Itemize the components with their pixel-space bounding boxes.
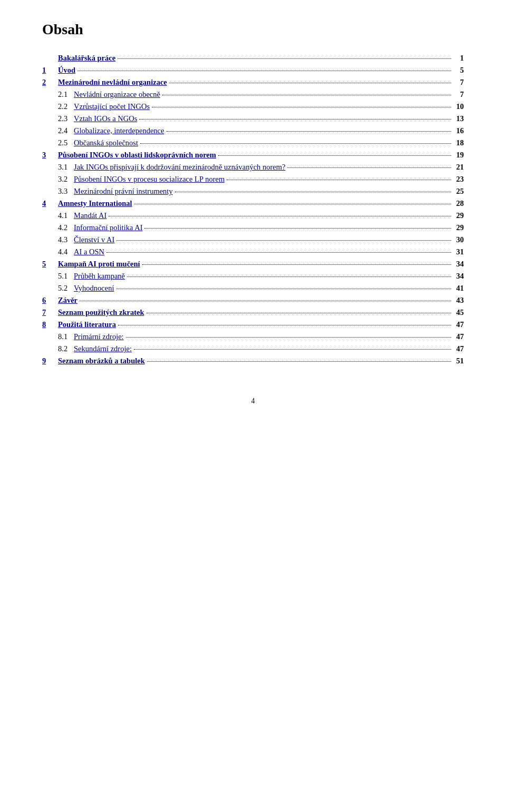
toc-text: Sekundární zdroje: — [74, 344, 132, 353]
toc-number: 7 — [42, 308, 58, 317]
toc-entry: 4.4AI a OSN31 — [42, 247, 464, 256]
toc-text: Jak INGOs přispívají k dodržování meziná… — [74, 163, 285, 172]
toc-dots — [152, 107, 451, 107]
toc-text: Mezinárodní nevládní organizace — [58, 78, 167, 87]
toc-page: 47 — [453, 332, 464, 341]
toc-number: 5.2 — [58, 284, 74, 293]
toc-entry: 8.2Sekundární zdroje:47 — [42, 344, 464, 353]
toc-text: Amnesty International — [58, 199, 132, 208]
toc-dots — [106, 252, 451, 253]
toc-dots — [139, 119, 451, 120]
toc-page: 31 — [453, 247, 464, 256]
toc-number: 5.1 — [58, 272, 74, 281]
toc-page: 18 — [453, 138, 464, 147]
toc-page: 34 — [453, 272, 464, 281]
toc-dots — [140, 143, 451, 144]
toc-entry: 6Závěr43 — [42, 296, 464, 305]
toc-text: Členství v AI — [74, 235, 114, 244]
toc-entry: 2.5Občanská společnost18 — [42, 138, 464, 147]
toc-number: 2.1 — [58, 90, 74, 99]
toc-text: AI a OSN — [74, 247, 104, 256]
toc-number: 2 — [42, 78, 58, 87]
toc-entry: 7Seznam použitých zkratek45 — [42, 308, 464, 317]
toc-dots — [147, 361, 451, 362]
toc-number: 3.2 — [58, 175, 74, 184]
toc-text: Informační politika AI — [74, 223, 142, 232]
toc-text: Působení INGOs v oblasti lidskoprávních … — [58, 151, 216, 160]
toc-dots — [175, 192, 451, 192]
toc-page: 7 — [453, 78, 464, 87]
toc-page: 25 — [453, 187, 464, 196]
toc-page: 29 — [453, 223, 464, 232]
page-number: 4 — [42, 397, 464, 405]
toc-entry: 5Kampaň AI proti mučení34 — [42, 260, 464, 269]
toc-number: 3 — [42, 151, 58, 160]
toc-entry: 8Použitá literatura47 — [42, 320, 464, 329]
toc-text: Použitá literatura — [58, 320, 116, 329]
toc-number: 2.5 — [58, 138, 74, 147]
toc-entry: 2.1Nevládní organizace obecně7 — [42, 90, 464, 99]
toc-page: 13 — [453, 114, 464, 123]
toc-dots — [218, 155, 451, 156]
toc-number: 9 — [42, 357, 58, 365]
toc-entry: 5.2Vyhodnocení41 — [42, 284, 464, 293]
toc-text: Bakalářská práce — [58, 54, 115, 63]
toc-page: 45 — [453, 308, 464, 317]
toc-dots — [144, 228, 451, 229]
toc-text: Průběh kampaně — [74, 272, 125, 281]
toc-dots — [80, 301, 451, 301]
toc-text: Primární zdroje: — [74, 332, 124, 341]
toc-page: 7 — [453, 90, 464, 99]
toc-entry: 1Úvod5 — [42, 66, 464, 75]
toc-dots — [116, 240, 451, 241]
toc-dots — [116, 289, 451, 289]
toc-entry: 8.1Primární zdroje:47 — [42, 332, 464, 341]
toc-text: Globalizace, interdependence — [74, 126, 164, 135]
toc-number: 4.3 — [58, 235, 74, 244]
toc-text: Seznam obrázků a tabulek — [58, 357, 145, 365]
toc-number: 8 — [42, 320, 58, 329]
toc-page: 43 — [453, 296, 464, 305]
toc-entry: 4.2Informační politika AI29 — [42, 223, 464, 232]
toc-dots — [169, 83, 451, 83]
toc-entry: 4.3Členství v AI30 — [42, 235, 464, 244]
toc-page: 30 — [453, 235, 464, 244]
toc-entry: 4Amnesty International28 — [42, 199, 464, 208]
toc-page: 34 — [453, 260, 464, 269]
toc-entry: 2.4Globalizace, interdependence16 — [42, 126, 464, 135]
toc-number: 8.2 — [58, 344, 74, 353]
toc-dots — [77, 71, 451, 71]
toc-text: Nevládní organizace obecně — [74, 90, 160, 99]
toc-entry: Bakalářská práce1 — [42, 54, 464, 63]
toc-dots — [142, 264, 451, 265]
toc-page: 47 — [453, 344, 464, 353]
toc-entry: 3Působení INGOs v oblasti lidskoprávních… — [42, 151, 464, 160]
toc-number: 8.1 — [58, 332, 74, 341]
toc-text: Závěr — [58, 296, 77, 305]
toc-entry: 3.1Jak INGOs přispívají k dodržování mez… — [42, 163, 464, 172]
toc-number: 4.2 — [58, 223, 74, 232]
toc-number: 2.2 — [58, 102, 74, 111]
toc-text: Mezinárodní právní instrumenty — [74, 187, 173, 196]
toc-text: Vzrůstající počet INGOs — [74, 102, 150, 111]
toc-number: 3.3 — [58, 187, 74, 196]
toc-page: 19 — [453, 151, 464, 160]
toc-number: 1 — [42, 66, 58, 75]
toc-entry: 2.3Vztah IGOs a NGOs13 — [42, 114, 464, 123]
toc-text: Vyhodnocení — [74, 284, 114, 293]
toc-page: 1 — [453, 54, 464, 63]
toc-page: 21 — [453, 163, 464, 172]
toc-text: Úvod — [58, 66, 75, 75]
toc-dots — [162, 95, 451, 95]
toc-page: 47 — [453, 320, 464, 329]
toc-dots — [167, 131, 452, 132]
toc-dots — [118, 58, 451, 59]
toc-dots — [134, 204, 451, 204]
toc-number: 4 — [42, 199, 58, 208]
toc-entry: 3.2Působení INGOs v procesu socializace … — [42, 175, 464, 184]
toc-dots — [227, 180, 451, 180]
toc-entry: 2Mezinárodní nevládní organizace7 — [42, 78, 464, 87]
toc-text: Mandát AI — [74, 211, 106, 220]
table-of-contents: Bakalářská práce11Úvod52Mezinárodní nevl… — [42, 54, 464, 365]
toc-entry: 2.2Vzrůstající počet INGOs10 — [42, 102, 464, 111]
